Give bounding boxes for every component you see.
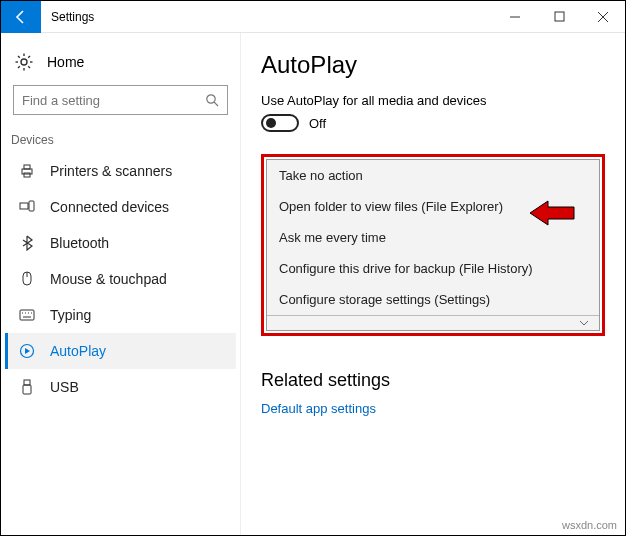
mouse-icon <box>20 271 34 287</box>
maximize-icon <box>554 11 565 22</box>
svg-rect-16 <box>24 165 30 169</box>
toggle-description: Use AutoPlay for all media and devices <box>261 93 605 108</box>
search-icon <box>205 93 219 107</box>
home-label: Home <box>47 54 84 70</box>
close-button[interactable] <box>581 1 625 33</box>
sidebar-item-label: Printers & scanners <box>50 163 172 179</box>
minimize-icon <box>509 11 521 23</box>
minimize-button[interactable] <box>493 1 537 33</box>
search-input[interactable] <box>13 85 228 115</box>
toggle-knob <box>266 118 276 128</box>
dropdown-footer <box>267 315 599 330</box>
autoplay-toggle[interactable] <box>261 114 299 132</box>
svg-marker-31 <box>530 201 574 225</box>
sidebar-item-label: AutoPlay <box>50 343 106 359</box>
sidebar-item-label: Bluetooth <box>50 235 109 251</box>
sidebar-item-label: Mouse & touchpad <box>50 271 167 287</box>
content-area: AutoPlay Use AutoPlay for all media and … <box>241 33 625 535</box>
svg-line-9 <box>18 56 20 58</box>
dropdown-highlight: Take no action Open folder to view files… <box>261 154 605 336</box>
search-field[interactable] <box>22 93 192 108</box>
sidebar-item-typing[interactable]: Typing <box>5 297 236 333</box>
toggle-state-label: Off <box>309 116 326 131</box>
svg-rect-22 <box>20 310 34 320</box>
home-button[interactable]: Home <box>5 47 236 81</box>
keyboard-icon <box>19 309 35 321</box>
autoplay-toggle-row: Off <box>261 114 605 132</box>
svg-line-10 <box>28 66 30 68</box>
watermark: wsxdn.com <box>562 519 617 531</box>
autoplay-icon <box>19 343 35 359</box>
svg-rect-1 <box>555 12 564 21</box>
bluetooth-icon <box>20 235 34 251</box>
svg-rect-19 <box>29 201 34 211</box>
connected-devices-icon <box>19 199 35 215</box>
svg-line-11 <box>18 66 20 68</box>
sidebar-item-autoplay[interactable]: AutoPlay <box>5 333 236 369</box>
close-icon <box>597 11 609 23</box>
dropdown-option[interactable]: Configure storage settings (Settings) <box>267 284 599 315</box>
sidebar-item-connected-devices[interactable]: Connected devices <box>5 189 236 225</box>
window-controls <box>493 1 625 33</box>
svg-rect-29 <box>24 380 30 385</box>
sidebar-item-printers[interactable]: Printers & scanners <box>5 153 236 189</box>
dropdown-option[interactable]: Take no action <box>267 160 599 191</box>
chevron-down-icon[interactable] <box>579 319 589 327</box>
sidebar-item-usb[interactable]: USB <box>5 369 236 405</box>
sidebar-item-label: USB <box>50 379 79 395</box>
svg-point-13 <box>207 95 215 103</box>
default-app-settings-link[interactable]: Default app settings <box>261 401 605 416</box>
sidebar: Home Devices Printers & scanners Connect… <box>1 33 241 535</box>
svg-line-14 <box>214 102 218 106</box>
window-title: Settings <box>51 10 493 24</box>
svg-rect-18 <box>20 203 28 209</box>
page-title: AutoPlay <box>261 51 605 79</box>
related-settings-heading: Related settings <box>261 370 605 391</box>
titlebar: Settings <box>1 1 625 33</box>
sidebar-item-bluetooth[interactable]: Bluetooth <box>5 225 236 261</box>
sidebar-item-mouse[interactable]: Mouse & touchpad <box>5 261 236 297</box>
sidebar-item-label: Connected devices <box>50 199 169 215</box>
dropdown-menu[interactable]: Take no action Open folder to view files… <box>266 159 600 331</box>
svg-point-4 <box>21 59 27 65</box>
gear-icon <box>15 53 33 71</box>
maximize-button[interactable] <box>537 1 581 33</box>
sidebar-item-label: Typing <box>50 307 91 323</box>
svg-line-12 <box>28 56 30 58</box>
usb-icon <box>21 379 33 395</box>
back-arrow-icon <box>13 9 29 25</box>
dropdown-option[interactable]: Configure this drive for backup (File Hi… <box>267 253 599 284</box>
sidebar-group-label: Devices <box>5 129 236 153</box>
svg-rect-30 <box>23 385 31 394</box>
back-button[interactable] <box>1 1 41 33</box>
printer-icon <box>19 163 35 179</box>
callout-arrow-icon <box>528 198 576 228</box>
